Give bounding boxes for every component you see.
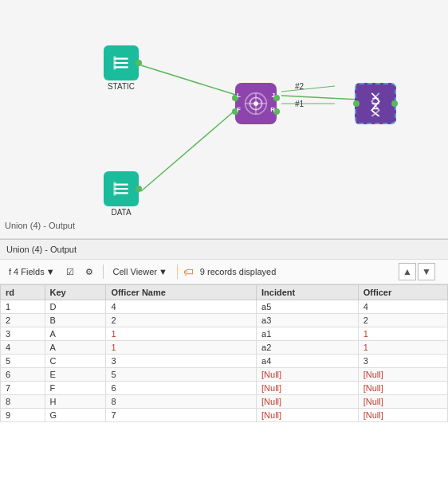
cell-officer: [Null] bbox=[358, 368, 447, 382]
static-node-icon bbox=[104, 45, 139, 80]
cell-key: A bbox=[45, 341, 106, 355]
connector-label-2: #2 bbox=[295, 82, 304, 91]
table-row: 9G7[Null][Null] bbox=[1, 409, 448, 422]
cell-incident: a3 bbox=[257, 314, 359, 327]
config-item[interactable]: ⚙ bbox=[81, 265, 97, 280]
cell-officer: 2 bbox=[358, 314, 447, 327]
checkbox-item[interactable]: ☑ bbox=[62, 265, 78, 280]
nav-down-button[interactable]: ▼ bbox=[418, 263, 435, 280]
table-row: 5C3a43 bbox=[1, 355, 448, 368]
col-officer-name: Officer Name bbox=[106, 285, 257, 300]
cell-key: H bbox=[45, 395, 106, 409]
cell-officer: [Null] bbox=[358, 409, 447, 422]
svg-line-3 bbox=[281, 86, 335, 92]
fields-dropdown[interactable]: f 4 Fields ▼ bbox=[5, 265, 59, 279]
col-rd: rd bbox=[1, 285, 45, 300]
cell-officer: 1 bbox=[358, 341, 447, 355]
cell-officer: 1 bbox=[358, 327, 447, 341]
svg-line-0 bbox=[141, 65, 238, 96]
cell-officer: 3 bbox=[358, 355, 447, 368]
cell-key: A bbox=[45, 327, 106, 341]
cell-key: F bbox=[45, 382, 106, 395]
connector-label-1: #1 bbox=[295, 100, 304, 108]
data-table: rd Key Officer Name Incident Officer 1D4… bbox=[0, 284, 448, 422]
table-row: 2B2a32 bbox=[1, 314, 448, 327]
union-node-icon: L F J R bbox=[235, 83, 277, 124]
fields-label: f 4 Fields bbox=[9, 267, 45, 276]
cell-rd: 1 bbox=[1, 300, 45, 314]
table-row: 1D4a54 bbox=[1, 300, 448, 314]
cell-officer-name: 7 bbox=[106, 409, 257, 422]
cell-incident: [Null] bbox=[257, 382, 359, 395]
separator-2 bbox=[177, 265, 178, 279]
nav-buttons: ▲ ▼ bbox=[399, 263, 435, 280]
cell-rd: 9 bbox=[1, 409, 45, 422]
cell-incident: a1 bbox=[257, 327, 359, 341]
output-header: Union (4) - Output bbox=[0, 240, 448, 260]
table-row: 6E5[Null][Null] bbox=[1, 368, 448, 382]
static-node-label: STATIC bbox=[108, 82, 135, 91]
svg-line-1 bbox=[141, 108, 238, 191]
svg-line-2 bbox=[281, 96, 359, 100]
cell-incident: a5 bbox=[257, 300, 359, 314]
cell-key: D bbox=[45, 300, 106, 314]
cell-officer-name: 6 bbox=[106, 382, 257, 395]
cell-officer: 4 bbox=[358, 300, 447, 314]
cell-officer-name: 4 bbox=[106, 300, 257, 314]
data-node-label: DATA bbox=[111, 208, 131, 217]
cell-rd: 3 bbox=[1, 327, 45, 341]
filter-icon: 🏷 bbox=[183, 266, 194, 278]
output-title: Union (4) - Output bbox=[6, 245, 77, 254]
svg-rect-5 bbox=[113, 56, 116, 69]
cell-incident: a4 bbox=[257, 355, 359, 368]
output-node[interactable] bbox=[355, 83, 396, 124]
union-node[interactable]: L F J R bbox=[235, 83, 277, 124]
table-wrapper[interactable]: rd Key Officer Name Incident Officer 1D4… bbox=[0, 284, 448, 422]
data-node-icon bbox=[104, 171, 139, 206]
cell-key: E bbox=[45, 368, 106, 382]
toolbar: f 4 Fields ▼ ☑ ⚙ Cell Viewer ▼ 🏷 9 recor… bbox=[0, 260, 448, 284]
cell-officer-name: 3 bbox=[106, 355, 257, 368]
cell-officer: [Null] bbox=[358, 395, 447, 409]
table-header-row: rd Key Officer Name Incident Officer bbox=[1, 285, 448, 300]
table-row: 7F6[Null][Null] bbox=[1, 382, 448, 395]
svg-rect-6 bbox=[113, 182, 116, 195]
cell-rd: 5 bbox=[1, 355, 45, 368]
cell-viewer-arrow: ▼ bbox=[159, 267, 167, 276]
col-officer: Officer bbox=[358, 285, 447, 300]
col-incident: Incident bbox=[257, 285, 359, 300]
cell-rd: 8 bbox=[1, 395, 45, 409]
data-node[interactable]: DATA bbox=[104, 171, 139, 217]
cell-officer-name: 5 bbox=[106, 368, 257, 382]
cell-officer-name: 1 bbox=[106, 341, 257, 355]
cell-officer-name: 2 bbox=[106, 314, 257, 327]
col-key: Key bbox=[45, 285, 106, 300]
union-bottom-label: Union (4) - Output bbox=[0, 219, 80, 232]
cell-key: C bbox=[45, 355, 106, 368]
cell-rd: 2 bbox=[1, 314, 45, 327]
separator-1 bbox=[103, 265, 104, 279]
table-row: 3A1a11 bbox=[1, 327, 448, 341]
cell-incident: [Null] bbox=[257, 395, 359, 409]
records-count: 9 records displayed bbox=[200, 267, 276, 276]
cell-viewer-dropdown[interactable]: Cell Viewer ▼ bbox=[109, 265, 171, 279]
nav-up-button[interactable]: ▲ bbox=[399, 263, 416, 280]
cell-officer-name: 8 bbox=[106, 395, 257, 409]
cell-officer: [Null] bbox=[358, 382, 447, 395]
fields-dropdown-arrow: ▼ bbox=[46, 267, 55, 276]
output-node-icon bbox=[355, 83, 396, 124]
cell-viewer-label: Cell Viewer bbox=[113, 267, 157, 276]
cell-key: B bbox=[45, 314, 106, 327]
cell-incident: a2 bbox=[257, 341, 359, 355]
cell-incident: [Null] bbox=[257, 368, 359, 382]
table-body: 1D4a542B2a323A1a114A1a215C3a436E5[Null][… bbox=[1, 300, 448, 422]
static-node[interactable]: STATIC bbox=[104, 45, 139, 91]
cell-rd: 4 bbox=[1, 341, 45, 355]
cell-officer-name: 1 bbox=[106, 327, 257, 341]
cell-rd: 7 bbox=[1, 382, 45, 395]
table-row: 4A1a21 bbox=[1, 341, 448, 355]
cell-incident: [Null] bbox=[257, 409, 359, 422]
output-panel: Union (4) - Output f 4 Fields ▼ ☑ ⚙ Cell… bbox=[0, 239, 448, 422]
table-row: 8H8[Null][Null] bbox=[1, 395, 448, 409]
cell-rd: 6 bbox=[1, 368, 45, 382]
